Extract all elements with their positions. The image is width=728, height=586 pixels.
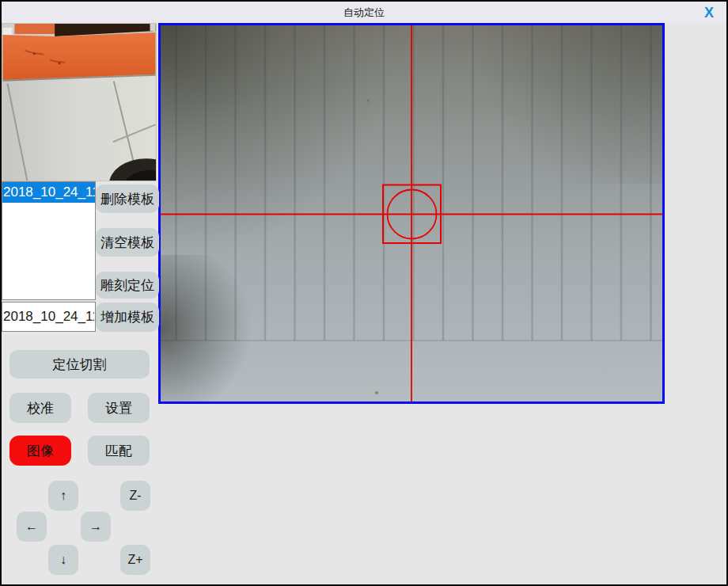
template-list[interactable]: 2018_10_24_11 xyxy=(2,181,96,300)
arrow-up-icon: ↑ xyxy=(60,489,66,503)
jog-left-button[interactable]: ← xyxy=(17,512,47,542)
add-template-button[interactable]: 增加模板 xyxy=(96,303,159,332)
engrave-position-button[interactable]: 雕刻定位 xyxy=(96,272,159,299)
title-bar: 自动定位 xyxy=(2,2,726,23)
auto-position-dialog: 自动定位 X xyxy=(0,0,728,586)
jog-right-button[interactable]: → xyxy=(81,512,111,542)
template-thumbnail xyxy=(2,23,157,181)
settings-button[interactable]: 设置 xyxy=(88,393,150,423)
template-list-item[interactable]: 2018_10_24_11 xyxy=(2,182,95,203)
close-icon: X xyxy=(704,5,714,21)
jog-z-plus-button[interactable]: Z+ xyxy=(120,545,150,575)
arrow-right-icon: → xyxy=(89,519,102,534)
arrow-left-icon: ← xyxy=(25,519,38,534)
thumbnail-image xyxy=(2,24,156,181)
clear-templates-button[interactable]: 清空模板 xyxy=(96,228,159,257)
camera-feed-image xyxy=(161,25,662,401)
delete-template-button[interactable]: 删除模板 xyxy=(96,185,159,213)
image-button[interactable]: 图像 xyxy=(9,436,71,466)
close-button[interactable]: X xyxy=(700,3,719,22)
template-name-input[interactable] xyxy=(2,302,96,332)
position-cut-button[interactable]: 定位切割 xyxy=(9,350,150,379)
camera-view xyxy=(158,23,665,404)
jog-down-button[interactable]: ↓ xyxy=(48,545,78,575)
dialog-title: 自动定位 xyxy=(343,6,385,20)
match-button[interactable]: 匹配 xyxy=(88,436,150,466)
jog-z-minus-button[interactable]: Z- xyxy=(120,481,150,511)
jog-up-button[interactable]: ↑ xyxy=(48,481,78,511)
calibrate-button[interactable]: 校准 xyxy=(9,393,71,423)
arrow-down-icon: ↓ xyxy=(60,553,66,567)
